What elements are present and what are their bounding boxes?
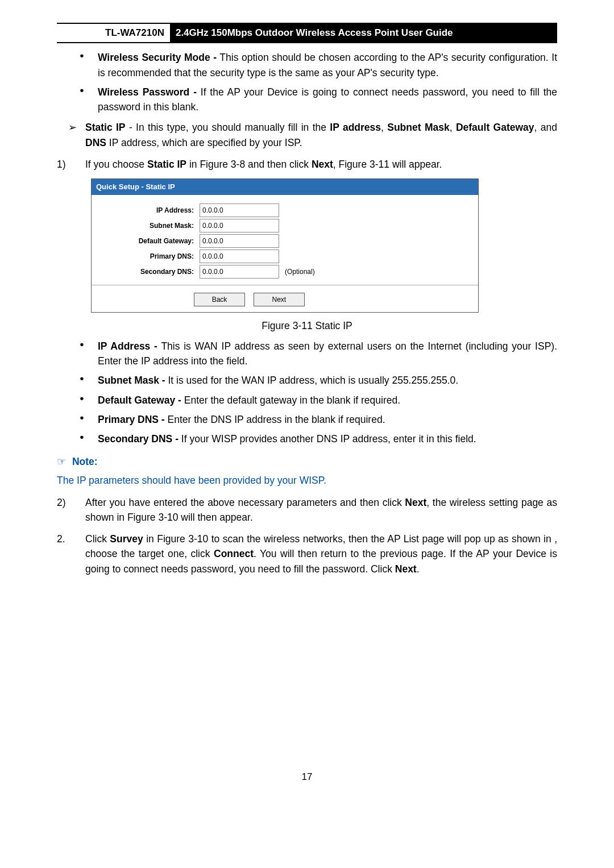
header-model: TL-WA7210N (99, 24, 170, 42)
header-title: 2.4GHz 150Mbps Outdoor Wireless Access P… (170, 24, 557, 42)
note-icon: ☞ (57, 456, 66, 467)
list-item: Primary DNS - Enter the DNS IP address i… (80, 412, 557, 427)
list-item: Secondary DNS - If your WISP provides an… (80, 431, 557, 446)
list-item: Wireless Password - If the AP your Devic… (80, 85, 557, 115)
form-row-ip: IP Address: (97, 203, 472, 217)
numbered-list-2: 2) After you have entered the above nece… (57, 495, 557, 525)
secondary-dns-input[interactable] (200, 265, 279, 279)
note-heading: ☞ Note: (57, 454, 557, 470)
default-gateway-input[interactable] (200, 234, 279, 248)
bullet-list-2: IP Address - This is WAN IP address as s… (57, 339, 557, 447)
note-text: The IP parameters should have been provi… (57, 473, 557, 488)
ip-address-input[interactable] (200, 203, 279, 217)
marker: 1) (57, 157, 80, 172)
list-item: Default Gateway - Enter the default gate… (80, 393, 557, 408)
form-row-secondary-dns: Secondary DNS: (Optional) (97, 265, 472, 279)
primary-dns-input[interactable] (200, 250, 279, 263)
numbered-list-3: 2. Click Survey in Figure 3-10 to scan t… (57, 531, 557, 576)
form-row-primary-dns: Primary DNS: (97, 250, 472, 263)
marker: 2. (57, 531, 80, 546)
list-item: 2. Click Survey in Figure 3-10 to scan t… (57, 531, 557, 576)
numbered-list-1: 1) If you choose Static IP in Figure 3-8… (57, 157, 557, 172)
form-label: Subnet Mask: (97, 221, 194, 231)
list-item: Subnet Mask - It is used for the WAN IP … (80, 373, 557, 388)
list-item: Static IP - In this type, you should man… (68, 120, 557, 150)
subnet-mask-input[interactable] (200, 219, 279, 232)
optional-label: (Optional) (285, 267, 315, 277)
form-label: Secondary DNS: (97, 267, 194, 277)
list-item: 1) If you choose Static IP in Figure 3-8… (57, 157, 557, 172)
marker: 2) (57, 495, 80, 510)
next-button[interactable]: Next (254, 293, 305, 306)
arrow-list: Static IP - In this type, you should man… (57, 120, 557, 150)
figure-title-bar: Quick Setup - Static IP (92, 179, 478, 195)
list-item: Wireless Security Mode - This option sho… (80, 50, 557, 80)
figure-caption: Figure 3-11 Static IP (57, 318, 557, 333)
list-item: IP Address - This is WAN IP address as s… (80, 339, 557, 369)
list-item: 2) After you have entered the above nece… (57, 495, 557, 525)
form-label: Primary DNS: (97, 251, 194, 261)
page-header: TL-WA7210N 2.4GHz 150Mbps Outdoor Wirele… (57, 23, 557, 43)
form-label: Default Gateway: (97, 236, 194, 246)
form-row-subnet: Subnet Mask: (97, 219, 472, 232)
bullet-list-1: Wireless Security Mode - This option sho… (57, 50, 557, 114)
page-number: 17 (57, 770, 557, 784)
back-button[interactable]: Back (194, 293, 245, 306)
static-ip-figure: Quick Setup - Static IP IP Address: Subn… (91, 178, 479, 313)
note-label: Note: (72, 456, 98, 467)
form-label: IP Address: (97, 205, 194, 215)
form-row-gateway: Default Gateway: (97, 234, 472, 248)
